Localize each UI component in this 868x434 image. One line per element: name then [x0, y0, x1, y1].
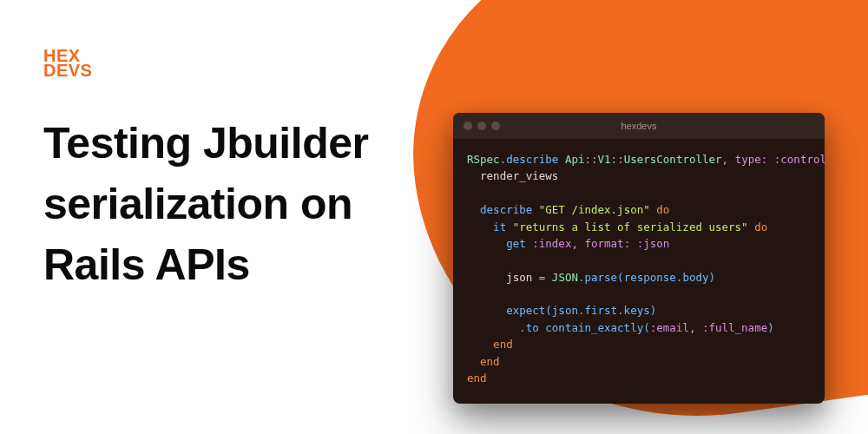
page-title: Testing Jbuilder serialization on Rails … — [43, 113, 443, 295]
window-title: hexdevs — [453, 121, 825, 131]
maximize-icon — [491, 122, 500, 130]
brand-line-2: DEVS — [43, 63, 92, 78]
window-titlebar: hexdevs — [453, 113, 825, 139]
minimize-icon — [477, 122, 486, 130]
close-icon — [464, 122, 472, 130]
code-window: hexdevs RSpec.describe Api::V1::UsersCon… — [453, 113, 825, 404]
window-controls — [464, 122, 500, 130]
brand-logo: HEX DEVS — [43, 49, 92, 78]
code-block: RSpec.describe Api::V1::UsersController,… — [453, 139, 825, 404]
